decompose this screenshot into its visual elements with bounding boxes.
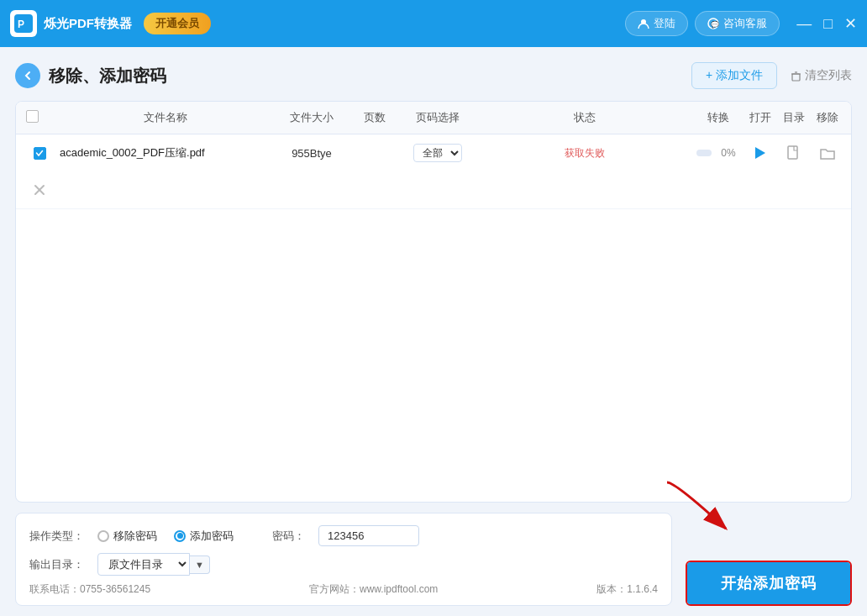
dir-select-wrap: 原文件目录 ▼ bbox=[97, 553, 210, 576]
window-controls: — □ ✕ bbox=[796, 16, 857, 31]
vip-button[interactable]: 开通会员 bbox=[144, 13, 211, 34]
svg-text:💬: 💬 bbox=[711, 20, 719, 29]
col-page-select: 页码选择 bbox=[400, 102, 476, 134]
close-icon bbox=[33, 183, 46, 197]
row-filename: academic_0002_PDF压缩.pdf bbox=[56, 137, 274, 169]
progress-text: 0% bbox=[717, 147, 740, 159]
titlebar-right: 登陆 💬 咨询客服 — □ ✕ bbox=[625, 11, 857, 36]
password-input[interactable] bbox=[318, 525, 419, 546]
table-row: academic_0002_PDF压缩.pdf 955Btye 全部 获取失败 bbox=[16, 134, 851, 209]
operation-type-row: 操作类型： 移除密码 添加密码 密码： bbox=[29, 525, 658, 546]
operation-type-label: 操作类型： bbox=[29, 529, 84, 544]
start-button-highlight: 开始添加密码 bbox=[686, 561, 852, 606]
row-play-cell bbox=[744, 134, 777, 171]
row-remove-cell bbox=[23, 171, 56, 208]
footer-website: 官方网站：www.ipdftool.com bbox=[309, 582, 438, 597]
clear-list-button[interactable]: 清空列表 bbox=[791, 68, 852, 83]
close-button[interactable]: ✕ bbox=[844, 16, 857, 31]
svg-text:P: P bbox=[18, 18, 24, 30]
app-logo: P bbox=[10, 10, 37, 37]
output-dir-select[interactable]: 原文件目录 bbox=[97, 553, 190, 576]
header-checkbox[interactable] bbox=[26, 110, 39, 123]
table-header: 文件名称 文件大小 页数 页码选择 状态 转换 打开 目录 移除 bbox=[16, 102, 851, 134]
open-dir-button[interactable] bbox=[817, 143, 838, 163]
open-file-button[interactable] bbox=[784, 143, 804, 163]
dir-select-arrow[interactable]: ▼ bbox=[190, 555, 210, 574]
row-checkbox[interactable] bbox=[34, 147, 46, 160]
output-dir-row: 输出目录： 原文件目录 ▼ bbox=[29, 553, 658, 576]
page-header: 移除、添加密码 + 添加文件 清空列表 bbox=[15, 62, 852, 89]
bottom-action-area: 操作类型： 移除密码 添加密码 密码： bbox=[15, 503, 852, 606]
page-header-left: 移除、添加密码 bbox=[15, 63, 166, 88]
col-convert: 转换 bbox=[693, 102, 744, 134]
status-badge: 获取失败 bbox=[565, 147, 605, 159]
add-file-button[interactable]: + 添加文件 bbox=[691, 62, 777, 89]
play-icon bbox=[755, 147, 765, 159]
app-name: 烁光PDF转换器 bbox=[44, 16, 132, 32]
remove-password-radio[interactable] bbox=[97, 530, 109, 542]
titlebar: P 烁光PDF转换器 开通会员 登陆 💬 咨询客服 — □ ✕ bbox=[0, 0, 867, 47]
login-button[interactable]: 登陆 bbox=[625, 11, 688, 36]
footer-version: 版本：1.1.6.4 bbox=[596, 582, 658, 597]
back-button[interactable] bbox=[15, 63, 40, 88]
footer: 联系电话：0755-36561245 官方网站：www.ipdftool.com… bbox=[29, 582, 658, 597]
col-checkbox bbox=[23, 102, 56, 134]
file-table: 文件名称 文件大小 页数 页码选择 状态 转换 打开 目录 移除 academi… bbox=[15, 101, 852, 503]
col-status: 状态 bbox=[476, 102, 693, 134]
folder-icon bbox=[819, 146, 836, 160]
row-dir-cell bbox=[811, 134, 844, 171]
row-open-cell bbox=[777, 134, 811, 171]
start-button[interactable]: 开始添加密码 bbox=[687, 562, 850, 604]
row-status-cell: 获取失败 bbox=[476, 138, 693, 169]
start-button-area: 开始添加密码 bbox=[686, 561, 852, 606]
trash-icon bbox=[791, 71, 801, 82]
col-remove: 移除 bbox=[811, 102, 844, 134]
row-progress-cell: 0% bbox=[693, 139, 744, 167]
output-dir-label: 输出目录： bbox=[29, 557, 84, 572]
maximize-button[interactable]: □ bbox=[823, 16, 833, 31]
main-content: 移除、添加密码 + 添加文件 清空列表 文件名称 文件大小 页数 页码选择 状态… bbox=[0, 47, 867, 616]
remove-file-button[interactable] bbox=[29, 180, 50, 200]
svg-rect-8 bbox=[788, 146, 797, 159]
page-select-dropdown[interactable]: 全部 bbox=[413, 144, 462, 162]
options-panel: 操作类型： 移除密码 添加密码 密码： bbox=[15, 513, 672, 606]
row-filesize: 955Btye bbox=[274, 139, 349, 168]
page-title: 移除、添加密码 bbox=[49, 65, 166, 87]
password-label: 密码： bbox=[272, 529, 305, 544]
col-open: 打开 bbox=[744, 102, 777, 134]
page-header-right: + 添加文件 清空列表 bbox=[691, 62, 852, 89]
progress-bar-wrap: 0% bbox=[696, 147, 740, 159]
play-button[interactable] bbox=[750, 143, 770, 163]
support-button[interactable]: 💬 咨询客服 bbox=[695, 11, 780, 36]
remove-password-option[interactable]: 移除密码 bbox=[97, 529, 157, 544]
row-page-select-cell: 全部 bbox=[400, 135, 476, 171]
col-filename: 文件名称 bbox=[56, 102, 274, 134]
svg-rect-5 bbox=[792, 74, 800, 81]
col-filesize: 文件大小 bbox=[274, 102, 349, 134]
radio-group: 移除密码 添加密码 bbox=[97, 529, 234, 544]
col-pages: 页数 bbox=[349, 102, 400, 134]
add-password-option[interactable]: 添加密码 bbox=[174, 529, 234, 544]
row-pages bbox=[349, 145, 400, 161]
progress-bar bbox=[696, 150, 712, 156]
row-checkbox-cell bbox=[23, 139, 56, 168]
bottom-left-controls: 操作类型： 移除密码 添加密码 密码： bbox=[15, 503, 672, 606]
minimize-button[interactable]: — bbox=[796, 16, 812, 31]
footer-phone: 联系电话：0755-36561245 bbox=[29, 582, 150, 597]
table-body: academic_0002_PDF压缩.pdf 955Btye 全部 获取失败 bbox=[16, 134, 851, 502]
file-icon bbox=[786, 145, 802, 161]
col-dir: 目录 bbox=[777, 102, 811, 134]
add-password-radio[interactable] bbox=[174, 530, 186, 542]
